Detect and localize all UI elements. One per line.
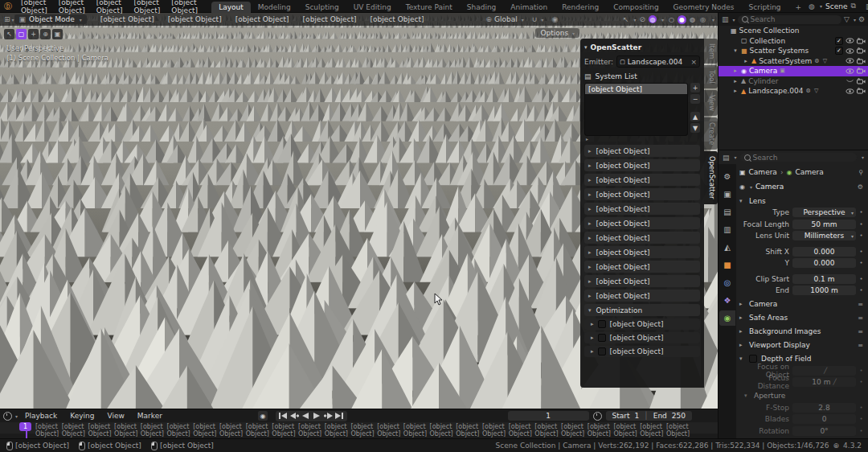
properties-tab[interactable]: ▥ (719, 222, 735, 237)
viewport-menu-item[interactable]: [object Object] (365, 15, 430, 23)
viewport-menu-item[interactable]: [object Object] (162, 15, 227, 23)
property-field[interactable]: 10 m ╱ (792, 377, 856, 387)
datablock-selector[interactable]: ◉ ▾ Camera ⚙ (739, 180, 863, 193)
optimization-item[interactable]: ▸ [object Object] (584, 332, 700, 343)
scene-selector[interactable]: Scene (825, 2, 847, 10)
expander-icon[interactable]: ▸ (732, 78, 739, 84)
panel-menu-icon[interactable]: ≡ (858, 342, 863, 349)
optimization-item[interactable]: ▸ [object Object] (584, 318, 700, 330)
disable-render-camera-icon[interactable] (857, 38, 866, 44)
scatter-section[interactable]: ▸ [object Object] (584, 145, 700, 157)
filter-icon[interactable]: ▽ (844, 15, 850, 23)
outliner-item-label[interactable]: Collection (750, 37, 786, 45)
property-field[interactable]: ╱ (792, 366, 856, 376)
sidebar-tab[interactable]: Tool (704, 65, 718, 88)
outliner-row[interactable]: ▸ ▲ Cylinder ✓ (719, 76, 868, 87)
editor-type-icon[interactable]: ⊞ (4, 15, 10, 23)
disable-render-camera-icon[interactable] (857, 78, 866, 84)
current-frame-field[interactable]: 1 (508, 411, 589, 421)
lens-panel-header[interactable]: ▾Lens (739, 195, 863, 207)
remove-system-button[interactable]: − (690, 94, 700, 104)
property-field[interactable]: 2.8 (792, 403, 856, 413)
property-field[interactable]: 0.000 ▾ (792, 258, 856, 268)
collapsed-panel-header[interactable]: ▸ Camera ≡ (739, 298, 863, 310)
collapsed-panel-header[interactable]: ▸ Background Images ≡ (739, 326, 863, 338)
checkbox[interactable] (598, 320, 606, 328)
outliner-row[interactable]: ▦ Scene Collection ✓ (719, 26, 868, 36)
menubar-item[interactable]: [object Object] (91, 0, 129, 14)
hide-viewport-eye-icon[interactable] (845, 88, 854, 94)
hide-viewport-eye-icon[interactable] (845, 68, 854, 74)
timeline-menu-item[interactable]: Playback (19, 412, 63, 420)
toolbar-tool-button[interactable]: ↖ (4, 29, 14, 39)
options-button[interactable]: Options ▾ (535, 28, 579, 38)
scatter-section[interactable]: ▸ [object Object] (584, 246, 700, 258)
animate-dot[interactable]: • (859, 379, 863, 385)
animate-dot[interactable]: • (859, 405, 863, 411)
add-system-button[interactable]: + (690, 83, 700, 92)
toolbar-tool-button[interactable]: ▣ (52, 29, 63, 39)
start-frame-field[interactable]: 1 (635, 412, 640, 420)
workspace-tab[interactable]: Compositing (606, 2, 665, 13)
scatter-system-list[interactable]: [object Object] (584, 83, 688, 136)
timeline-editor-icon[interactable] (3, 412, 12, 421)
panel-header[interactable]: ▾ OpenScatter (584, 42, 700, 53)
toolbar-tool-button[interactable]: ▢ (16, 29, 27, 39)
use-preview-range-toggle[interactable] (593, 412, 602, 421)
panel-menu-icon[interactable]: ≡ (858, 314, 863, 322)
outliner-row[interactable]: ▸ ▲ Landscape.004 ⚙ ▽ ✓ (719, 86, 868, 97)
checkbox[interactable] (598, 334, 606, 342)
outliner-item-label[interactable]: ScatterSystem (759, 57, 812, 65)
overlays-toggle[interactable]: ⊘ (639, 15, 645, 23)
workspace-tab[interactable]: Animation (503, 2, 555, 13)
outliner-item-label[interactable]: Landscape.004 (748, 87, 803, 95)
property-field[interactable]: 0 (792, 414, 856, 424)
workspace-tab[interactable]: Shading (460, 2, 504, 13)
animate-dot[interactable]: • (859, 428, 863, 434)
disable-render-camera-icon[interactable] (857, 47, 866, 54)
checkbox[interactable] (598, 347, 606, 355)
panel-menu-icon[interactable]: ≡ (858, 301, 863, 308)
scatter-section[interactable]: ▸ [object Object] (584, 188, 700, 200)
workspace-tab[interactable]: Sculpting (298, 2, 346, 13)
properties-tab[interactable]: ▤ (719, 204, 735, 220)
properties-editor-icon[interactable]: ▤ (723, 154, 730, 162)
scatter-section[interactable]: ▸ [object Object] (584, 232, 700, 244)
animate-dot[interactable]: • (859, 287, 863, 294)
scatter-system-item[interactable]: [object Object] (585, 84, 687, 94)
outliner-row[interactable]: ▢ Collection ✓ (719, 36, 868, 47)
properties-tab[interactable]: ■ (719, 257, 735, 273)
scatter-section[interactable]: ▸ [object Object] (584, 159, 700, 171)
menubar-item[interactable]: [object Object] (166, 0, 203, 14)
breadcrumb-object[interactable]: Camera (749, 168, 777, 176)
collection-checkbox[interactable]: ✓ (835, 37, 843, 45)
outliner-search-input[interactable]: Search (738, 15, 841, 24)
outliner-item-label[interactable]: Scatter Systems (750, 47, 809, 55)
property-field[interactable]: Millimeters ▾ (792, 231, 856, 240)
optimization-item[interactable]: ▸ [object Object] (584, 346, 700, 357)
viewport-menu-item[interactable]: [object Object] (230, 15, 295, 23)
properties-tab[interactable]: ◎ (719, 275, 735, 290)
workspace-tab[interactable]: Scripting (742, 2, 788, 13)
outliner-row[interactable]: ▸ ▲ ScatterSystem ⚙ ▽ ✓ (719, 56, 868, 67)
outliner-item-label[interactable]: Scene Collection (739, 27, 800, 35)
animate-dot[interactable]: • (859, 260, 863, 266)
animate-dot[interactable]: • (859, 232, 863, 239)
properties-search-input[interactable]: Search (740, 153, 857, 162)
proportional-edit-toggle[interactable]: ◉ (551, 15, 558, 23)
sidebar-tab[interactable]: View (704, 90, 718, 116)
current-frame-badge[interactable]: 1 (19, 422, 31, 431)
shading-dropdown[interactable]: ▾ (712, 17, 714, 23)
collapsed-panel-header[interactable]: ▸ Safe Areas ≡ (739, 312, 863, 324)
snap-toggle[interactable]: ∪▾ (532, 15, 544, 23)
workspace-tab[interactable]: Rendering (555, 2, 606, 13)
disable-render-camera-icon[interactable] (857, 88, 866, 94)
animate-dot[interactable]: • (859, 209, 863, 216)
pin-icon[interactable]: ⚲ (858, 169, 863, 176)
scatter-section[interactable]: ▸ [object Object] (584, 174, 700, 186)
move-down-button[interactable]: ▼ (690, 123, 700, 133)
disable-render-camera-icon[interactable] (857, 58, 866, 64)
auto-keying-button[interactable]: ◉ (258, 411, 268, 421)
jump-to-start-button[interactable] (278, 412, 289, 421)
sidebar-tab[interactable]: Item (704, 39, 718, 64)
